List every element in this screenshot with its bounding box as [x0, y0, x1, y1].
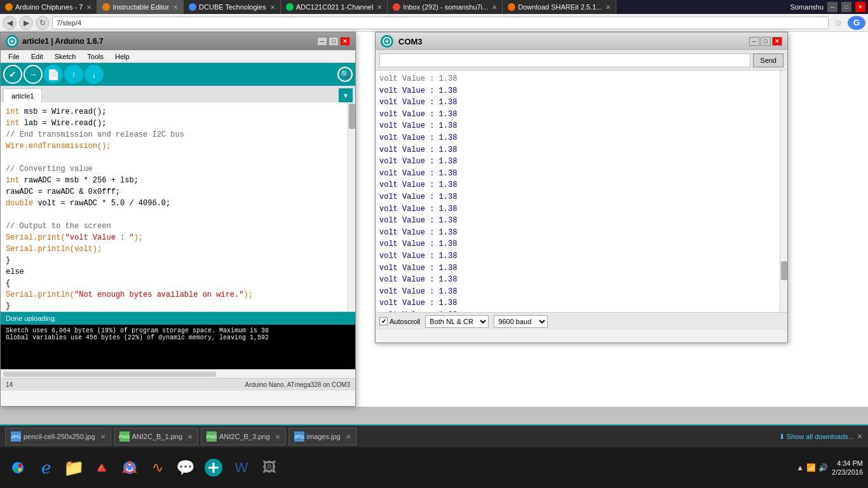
autoscroll-checkbox[interactable]: ✔	[379, 317, 388, 325]
download-close-0[interactable]: ✕	[100, 433, 105, 440]
close-download-bar[interactable]: ✕	[857, 432, 863, 441]
serial-input[interactable]	[379, 53, 750, 67]
browser-tab-4[interactable]: Inbox (292) - somanshu7i... ✕	[388, 0, 503, 14]
arduino-maximize[interactable]: □	[329, 37, 339, 46]
photos-symbol: 🖼	[262, 459, 276, 476]
word-icon[interactable]: W	[229, 455, 254, 480]
matlab-icon[interactable]: ∿	[145, 455, 170, 480]
tab-close-1[interactable]: ✕	[173, 4, 178, 11]
show-all-downloads[interactable]: ⬇ Show all downloads...	[779, 433, 854, 441]
browser-tab-3[interactable]: ADC121C021 1-Channel ✕	[281, 0, 388, 14]
tab-close-4[interactable]: ✕	[492, 4, 497, 11]
code-tab-bar: article1 ▼	[1, 86, 355, 102]
close-browser[interactable]: ✕	[855, 2, 865, 12]
start-button[interactable]	[5, 455, 31, 480]
download-icon-0: JPG	[11, 431, 21, 442]
serial-title: COM3	[398, 37, 748, 46]
forward-button[interactable]: ▶	[19, 16, 33, 30]
back-button[interactable]: ◀	[3, 16, 17, 30]
refresh-button[interactable]: ↻	[36, 16, 50, 30]
browser-tab-1[interactable]: Instructable Editor ✕	[97, 0, 184, 14]
vlc-icon[interactable]: 🔺	[89, 455, 114, 480]
tab-close-3[interactable]: ✕	[377, 4, 382, 11]
serial-line-20: volt Value : 1.38	[379, 309, 783, 312]
address-bar[interactable]: 7/step/4	[52, 17, 829, 29]
serial-line-2: volt Value : 1.38	[379, 97, 783, 109]
code-editor[interactable]: int msb = Wire.read(); int lab = Wire.re…	[1, 102, 355, 312]
nl-select[interactable]: Both NL & CR No line ending Newline Carr…	[425, 315, 489, 328]
code-line-3: // End transmission and release I2C bus	[6, 129, 350, 140]
taskbar-right: ▲ 📶 🔊 4:34 PM 2/23/2016	[796, 459, 863, 477]
download-icon-1: PNG	[119, 431, 130, 442]
menu-edit[interactable]: Edit	[26, 51, 48, 62]
chrome-icon[interactable]	[117, 455, 142, 480]
tab-close-5[interactable]: ✕	[606, 4, 611, 11]
code-line-12: Serial.print("volt Value : ");	[6, 232, 350, 243]
tab-close-2[interactable]: ✕	[270, 4, 275, 11]
code-tab-article1[interactable]: article1	[3, 88, 42, 102]
download-item-1[interactable]: PNG ANI2C_B_1.png ✕	[114, 428, 199, 445]
menu-sketch[interactable]: Sketch	[50, 51, 81, 62]
minimize-browser[interactable]: ─	[827, 2, 837, 12]
browser-tab-5[interactable]: Download SHAREit 2.5.1... ✕	[503, 0, 616, 14]
ie-icon[interactable]: ℯ	[33, 455, 58, 480]
download-icon-3: JPG	[294, 431, 304, 442]
volume-icon: 🔊	[818, 463, 828, 472]
serial-line-7: volt Value : 1.38	[379, 156, 783, 168]
upload-button[interactable]: →	[24, 65, 43, 84]
download-bar: JPG pencil-cell-250x250.jpg ✕ PNG ANI2C_…	[0, 424, 868, 447]
maximize-browser[interactable]: □	[841, 2, 851, 12]
new-button[interactable]: 📄	[44, 65, 63, 84]
serial-maximize[interactable]: □	[761, 37, 771, 46]
download-close-3[interactable]: ✕	[346, 433, 351, 440]
serial-monitor-window: COM3 ─ □ ✕ Send volt Value : 1.38 volt V…	[375, 32, 788, 343]
serial-line-15: volt Value : 1.38	[379, 250, 783, 262]
tab-dropdown[interactable]: ▼	[339, 88, 353, 102]
horiz-scrollbar[interactable]	[1, 369, 355, 378]
taskbar-icons: ℯ 📁 🔺 ∿ 💬	[0, 447, 868, 488]
save-button[interactable]: ↓	[85, 65, 104, 84]
arduino-minimize[interactable]: ─	[317, 37, 327, 46]
baud-select[interactable]: 9600 baud 300 baud 1200 baud 2400 baud 4…	[494, 315, 548, 328]
arduino-toolbar: ✔ → 📄 ↑ ↓ 🔍	[1, 63, 355, 86]
serial-minimize[interactable]: ─	[749, 37, 759, 46]
arduino-title: article1 | Arduino 1.6.7	[22, 37, 317, 46]
serial-scroll-thumb[interactable]	[781, 261, 787, 280]
google-account-icon[interactable]: G	[848, 16, 865, 30]
download-close-1[interactable]: ✕	[187, 433, 193, 440]
tray-arrow[interactable]: ▲	[796, 463, 804, 472]
tab-close-0[interactable]: ✕	[86, 4, 92, 11]
browser-controls: Somanshu ─ □ ✕	[790, 2, 868, 12]
skype-icon[interactable]: 💬	[173, 455, 198, 480]
arduino-logo-icon	[6, 35, 18, 48]
search-button[interactable]: 🔍	[337, 67, 353, 82]
send-button[interactable]: Send	[753, 53, 783, 67]
svg-rect-7	[18, 464, 22, 467]
photos-icon[interactable]: 🖼	[257, 455, 282, 480]
arduino-close[interactable]: ✕	[340, 37, 350, 46]
download-item-0[interactable]: JPG pencil-cell-250x250.jpg ✕	[5, 428, 111, 445]
code-scrollbar[interactable]	[348, 102, 355, 311]
download-item-3[interactable]: JPG images.jpg ✕	[288, 428, 356, 445]
arduino-status-bar: 14 Arduino Nano, ATmega328 on COM3	[1, 378, 355, 391]
code-line-17: Serial.println("Not enough bytes availab…	[6, 289, 350, 301]
code-line-7: int rawADC = msb * 256 + lsb;	[6, 175, 350, 186]
taskbar-arduino-icon[interactable]	[201, 455, 226, 480]
open-button[interactable]: ↑	[64, 65, 83, 84]
serial-line-first: volt Value : 1.38	[379, 73, 783, 85]
menu-tools[interactable]: Tools	[82, 51, 109, 62]
download-item-2[interactable]: PNG ANI2C_B_3.png ✕	[201, 428, 286, 445]
menu-file[interactable]: File	[3, 51, 25, 62]
console-line-2: Global variables use 456 bytes (22%) of …	[6, 334, 350, 341]
download-close-2[interactable]: ✕	[275, 433, 280, 440]
browser-tab-2[interactable]: DCUBE Technologies ✕	[184, 0, 281, 14]
code-scroll-thumb[interactable]	[349, 104, 355, 129]
autoscroll-control[interactable]: ✔ Autoscroll	[379, 317, 420, 325]
bookmark-icon[interactable]: ☆	[831, 16, 845, 30]
menu-help[interactable]: Help	[110, 51, 135, 62]
browser-tab-0[interactable]: Arduino Chiptunes - 7 ✕	[0, 0, 97, 14]
verify-button[interactable]: ✔	[3, 65, 22, 84]
file-explorer-icon[interactable]: 📁	[61, 455, 86, 480]
serial-scrollbar[interactable]	[780, 71, 787, 312]
serial-close[interactable]: ✕	[772, 37, 782, 46]
